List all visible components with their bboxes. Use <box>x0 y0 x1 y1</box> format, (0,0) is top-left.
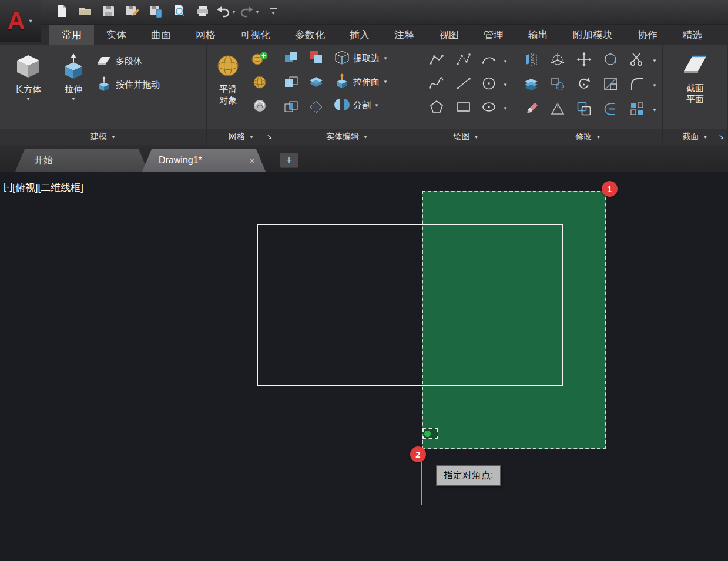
explode-button[interactable] <box>547 100 568 120</box>
redo-button[interactable]: ▼ <box>239 3 261 22</box>
mirror-button[interactable] <box>521 51 542 70</box>
arc-button[interactable] <box>478 51 499 71</box>
save-to-mobile-button[interactable] <box>145 3 167 22</box>
presspull-button[interactable]: 按住并拖动 <box>94 75 162 94</box>
caret-down-icon[interactable]: ▼ <box>652 108 657 113</box>
tab-visualize[interactable]: 可视化 <box>228 25 283 45</box>
model-viewport[interactable]: [-] [俯视] [二维线框] 1 2 指定对角点: <box>0 172 728 561</box>
separate-button[interactable]: 分割 ▼ <box>333 96 390 114</box>
thicken-button[interactable] <box>306 99 327 117</box>
scale-button[interactable] <box>600 75 621 95</box>
join-button[interactable] <box>600 100 621 120</box>
caret-down-icon[interactable]: ▼ <box>652 83 657 88</box>
tab-featured[interactable]: 精选 <box>670 25 714 45</box>
polygon-button[interactable] <box>426 98 447 118</box>
panel-launcher-mesh-icon[interactable]: ↘ <box>267 133 272 140</box>
customize-qat-button[interactable]: ▼ <box>262 3 284 22</box>
spline-button[interactable] <box>426 75 447 95</box>
ellipse-button[interactable] <box>478 98 499 118</box>
box-button[interactable]: 长方体 ▼ <box>4 46 53 102</box>
panel-strip-solid-editing[interactable]: 实体编辑 ▼ <box>276 129 418 145</box>
caret-down-icon[interactable]: ▼ <box>71 96 76 102</box>
viewport-menu-control[interactable]: [-] <box>4 181 12 194</box>
caret-down-icon[interactable]: ▼ <box>503 106 508 111</box>
close-tab-icon[interactable]: × <box>249 156 255 166</box>
align-3d-button[interactable] <box>547 75 568 95</box>
tab-start-label: 开始 <box>34 154 53 167</box>
line-button[interactable] <box>453 75 474 95</box>
polyline-button[interactable] <box>426 51 447 71</box>
erase-button[interactable] <box>521 100 542 120</box>
offset-faces-button[interactable] <box>306 74 327 93</box>
caret-down-icon[interactable]: ▼ <box>374 103 379 108</box>
polysolid-button[interactable]: 多段体 <box>94 52 162 70</box>
section-plane-button[interactable]: 截面 平面 <box>673 45 717 105</box>
tab-mesh[interactable]: 网格 <box>183 25 228 45</box>
panel-launcher-section-icon[interactable]: ↘ <box>719 133 724 140</box>
imprint-button[interactable] <box>306 49 327 68</box>
tab-surface[interactable]: 曲面 <box>139 25 183 45</box>
panel-strip-section[interactable]: 截面 ▼ ↘ <box>663 129 727 145</box>
plot-preview-button[interactable] <box>168 3 190 22</box>
caret-down-icon[interactable]: ▼ <box>383 79 388 85</box>
panel-strip-draw[interactable]: 绘图 ▼ <box>418 129 514 145</box>
extrude-button[interactable]: 拉伸 ▼ <box>55 46 92 102</box>
subtract-button[interactable] <box>281 74 302 93</box>
tab-output[interactable]: 输出 <box>516 25 561 45</box>
fillet-button[interactable] <box>626 75 648 95</box>
trim-button[interactable] <box>626 51 648 70</box>
new-file-button[interactable] <box>51 3 73 22</box>
extract-edges-button[interactable]: 提取边 ▼ <box>333 49 390 67</box>
application-menu-button[interactable]: A ▼ <box>0 0 41 42</box>
union-button[interactable] <box>281 49 302 68</box>
tab-start[interactable]: 开始 <box>15 149 148 172</box>
viewport-view-control[interactable]: [俯视] <box>12 181 38 194</box>
circle-button[interactable] <box>478 75 499 95</box>
tab-drawing1[interactable]: Drawing1* × <box>142 149 266 172</box>
array-icon <box>629 101 645 119</box>
caret-down-icon[interactable]: ▼ <box>255 9 260 15</box>
tab-parametric[interactable]: 参数化 <box>283 25 337 45</box>
move-gizmo-button[interactable] <box>547 51 568 70</box>
array-button[interactable] <box>626 100 648 120</box>
tab-home[interactable]: 常用 <box>49 25 94 45</box>
caret-down-icon[interactable]: ▼ <box>503 59 508 64</box>
caret-down-icon[interactable]: ▼ <box>232 9 236 15</box>
tab-annotate[interactable]: 注释 <box>382 25 427 45</box>
tab-insert[interactable]: 插入 <box>337 25 382 45</box>
refine-mesh-button[interactable] <box>249 98 270 116</box>
tab-collaborate[interactable]: 协作 <box>625 25 670 45</box>
save-button[interactable] <box>98 3 120 22</box>
panel-strip-modify[interactable]: 修改 ▼ <box>514 129 662 145</box>
undo-button[interactable]: ▼ <box>215 3 237 22</box>
rotate-button[interactable] <box>573 75 595 95</box>
caret-down-icon[interactable]: ▼ <box>26 96 31 102</box>
new-drawing-button[interactable]: + <box>280 153 298 168</box>
caret-down-icon[interactable]: ▼ <box>652 58 657 63</box>
offset-button[interactable] <box>573 100 595 120</box>
caret-down-icon[interactable]: ▼ <box>503 82 508 88</box>
extrude-faces-button[interactable]: 拉伸面 ▼ <box>333 73 390 90</box>
spline-cv-button[interactable] <box>453 51 474 71</box>
smooth-object-button[interactable]: 平滑 对象 <box>208 46 248 106</box>
tab-solid[interactable]: 实体 <box>94 25 139 45</box>
panel-strip-mesh[interactable]: 网格 ▼ ↘ <box>207 129 276 145</box>
viewport-visual-style-control[interactable]: [二维线框] <box>38 181 83 194</box>
panel-strip-modeling[interactable]: 建模 ▼ <box>0 129 206 145</box>
open-file-button[interactable] <box>74 3 96 22</box>
caret-down-icon[interactable]: ▼ <box>383 56 388 61</box>
offset-face-stack-button[interactable] <box>521 75 542 95</box>
tab-view[interactable]: 视图 <box>427 25 471 45</box>
panel-modify: ▼ ▼ ▼ 修改 ▼ <box>514 45 663 145</box>
rectangle-button[interactable] <box>453 98 474 118</box>
rotate-gizmo-button[interactable] <box>600 51 621 70</box>
open-folder-icon <box>78 4 92 20</box>
save-as-button[interactable] <box>121 3 143 22</box>
smooth-more-button[interactable] <box>249 51 270 69</box>
intersect-button[interactable] <box>281 99 302 117</box>
smooth-less-button[interactable] <box>249 74 270 93</box>
tab-addins[interactable]: 附加模块 <box>561 25 625 45</box>
tab-manage[interactable]: 管理 <box>471 25 516 45</box>
move-button[interactable] <box>573 51 595 70</box>
plot-button[interactable] <box>192 3 214 22</box>
